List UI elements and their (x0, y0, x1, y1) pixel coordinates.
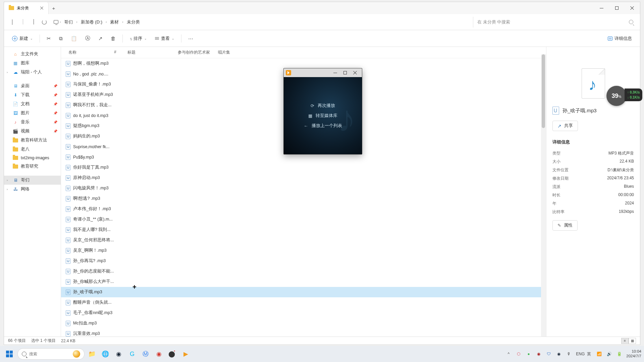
sidebar-folder[interactable]: 教育研究 (4, 162, 61, 171)
properties-button[interactable]: ✎ 属性 (552, 220, 578, 231)
steam-taskbar-icon[interactable]: ◉ (113, 348, 125, 360)
sidebar-music[interactable]: ♪音乐📌 (4, 118, 61, 127)
col-hash[interactable]: # (111, 48, 125, 57)
copy-button[interactable]: ⧉ (56, 34, 66, 44)
player-replay-button[interactable]: ⟳ 再次播放 (311, 103, 335, 109)
sidebar-network[interactable]: ›🖧网络 (4, 185, 61, 194)
taskbar-search[interactable]: 搜索 (17, 348, 85, 360)
maximize-button[interactable] (609, 3, 625, 13)
sidebar-gallery[interactable]: ▦图库 (4, 59, 61, 68)
ghub-taskbar-icon[interactable]: G (126, 348, 138, 360)
file-row[interactable]: 想啊，很想啊.mp3 (61, 58, 546, 69)
file-row[interactable]: 酣睡声音（倒头就... (61, 297, 546, 308)
player-close-button[interactable] (351, 69, 360, 76)
pin-icon[interactable]: 📌 (53, 84, 57, 88)
file-row[interactable]: 沉重音效.mp3 (61, 328, 546, 337)
sort-button[interactable]: 排序 ⌄ (126, 34, 150, 44)
breadcrumb-item[interactable]: 素材 (108, 18, 121, 26)
sidebar-home[interactable]: ⌂主文件夹 (4, 50, 61, 59)
tray-steam-icon[interactable]: ◉ (556, 352, 562, 356)
column-headers[interactable]: 名称 # 标题 参与创作的艺术家 唱片集 (61, 47, 546, 58)
sidebar-folder[interactable]: txt2img-images (4, 154, 61, 162)
file-row[interactable]: 啊!想逃? .mp3 (61, 193, 546, 204)
file-row[interactable]: 卢本伟_你好！.mp3 (61, 204, 546, 214)
tray-shield-icon[interactable]: 🛡 (546, 352, 552, 356)
file-row[interactable]: Mc扣血.mp3 (61, 318, 546, 328)
search-input[interactable]: 在 未分类 中搜索 (473, 17, 637, 27)
scrollbar[interactable] (541, 54, 546, 337)
sidebar-documents[interactable]: 📄文档📌 (4, 100, 61, 109)
share-button[interactable]: ↗ 共享 (552, 121, 578, 131)
sidebar-onedrive[interactable]: ›☁瑞阳 - 个人 (4, 68, 61, 77)
window-tab[interactable]: 未分类 (4, 2, 49, 14)
tray-clock[interactable]: 10:04 2024/7/7 (626, 349, 641, 359)
col-name[interactable]: 名称 (61, 48, 111, 57)
tray-wechat-icon[interactable]: ● (526, 352, 532, 356)
player-minimize-button[interactable] (330, 69, 340, 76)
file-row[interactable]: 毛子_你看nm呢.mp3 (61, 308, 546, 318)
rename-button[interactable]: Ⓐ (82, 33, 94, 44)
cut-button[interactable]: ✂ (43, 34, 54, 44)
sidebar-folder[interactable]: 教育科研方法 (4, 136, 61, 145)
file-row[interactable]: 原神启动.mp3 (61, 173, 546, 183)
pin-icon[interactable]: 📌 (53, 102, 57, 106)
file-row[interactable]: 孙_你的态度能不能... (61, 266, 546, 277)
pin-icon[interactable]: 📌 (53, 93, 57, 97)
sidebar-thispc[interactable]: ›🖥哥们 (4, 176, 61, 185)
refresh-button[interactable] (39, 17, 50, 27)
col-title[interactable]: 标题 (125, 48, 175, 57)
chevron-right-icon[interactable]: › (7, 188, 8, 191)
tray-lang[interactable]: ENG (576, 352, 582, 356)
tray-app-icon[interactable]: ◉ (536, 352, 542, 356)
forward-button[interactable] (17, 17, 28, 27)
network-widget[interactable]: 39% ↑ 0.3K/s ↓ 0.1K/s (606, 86, 627, 106)
file-row[interactable]: 奇谭小丑_** (衰).m... (61, 214, 546, 225)
up-button[interactable] (28, 17, 39, 27)
breadcrumb-item[interactable]: 未分类 (125, 18, 142, 26)
new-button[interactable]: 新建 ⌄ (9, 34, 36, 44)
edge-taskbar-icon[interactable]: 🌐 (99, 348, 111, 360)
minimize-button[interactable] (594, 3, 609, 13)
share-button[interactable]: ↗ (95, 34, 106, 44)
sidebar-folder[interactable]: 老八 (4, 145, 61, 154)
delete-button[interactable]: 🗑 (107, 34, 119, 43)
view-button[interactable]: 查看 ⌄ (152, 34, 178, 44)
tray-security-icon[interactable]: ⬡ (516, 352, 522, 356)
sidebar-desktop[interactable]: 🖥桌面📌 (4, 81, 61, 90)
new-tab-button[interactable]: + (49, 5, 59, 11)
file-row[interactable]: 我不是人哪? 我到... (61, 225, 546, 235)
player-titlebar[interactable] (284, 68, 362, 77)
list-view-toggle[interactable]: ≡ (621, 338, 629, 344)
sidebar-pictures[interactable]: 🖼图片📌 (4, 109, 61, 118)
pin-icon[interactable]: 📌 (53, 111, 57, 115)
scroll-thumb[interactable] (542, 54, 545, 128)
file-row[interactable]: 闪电旋风劈！.mp3 (61, 183, 546, 193)
paste-button[interactable]: 📋 (67, 34, 80, 44)
tray-wifi-icon[interactable]: 📶 (596, 352, 602, 356)
chevron-right-icon[interactable]: › (7, 179, 8, 182)
netease-taskbar-icon[interactable]: ◉ (153, 348, 165, 360)
chevron-right-icon[interactable]: › (7, 71, 8, 74)
more-button[interactable]: ⋯ (185, 34, 197, 44)
tray-ime[interactable]: 英 (586, 351, 592, 357)
start-button[interactable] (3, 347, 16, 361)
file-row[interactable]: 吴京_啊啊！.mp3 (61, 245, 546, 256)
file-row[interactable]: 你好我是丁真.mp3 (61, 162, 546, 173)
breadcrumb-item[interactable]: 新加卷 (D:) (79, 18, 104, 26)
col-album[interactable]: 唱片集 (215, 48, 249, 57)
player-prev-list-button[interactable]: ← 播放上一个列表 (304, 123, 342, 129)
tray-chevron-icon[interactable]: ^ (505, 352, 512, 356)
pin-icon[interactable]: 📌 (53, 129, 57, 133)
pin-icon[interactable]: 📌 (53, 120, 57, 124)
details-toggle-button[interactable]: 详细信息 (604, 34, 635, 44)
close-window-button[interactable] (625, 3, 640, 13)
meeting-taskbar-icon[interactable]: Ⓜ (140, 348, 152, 360)
file-row[interactable]: 孙_你再骂? .mp3 (61, 256, 546, 266)
tray-volume-icon[interactable]: 🔊 (606, 352, 612, 356)
breadcrumb-item[interactable]: 哥们 (62, 18, 75, 26)
file-row[interactable]: 孙_啥子哦.mp3 (61, 287, 546, 297)
wmp-taskbar-icon[interactable]: ▶ (180, 348, 192, 360)
player-maximize-button[interactable] (340, 69, 350, 76)
tray-battery-icon[interactable]: 🔋 (616, 352, 622, 356)
col-artist[interactable]: 参与创作的艺术家 (175, 48, 215, 57)
